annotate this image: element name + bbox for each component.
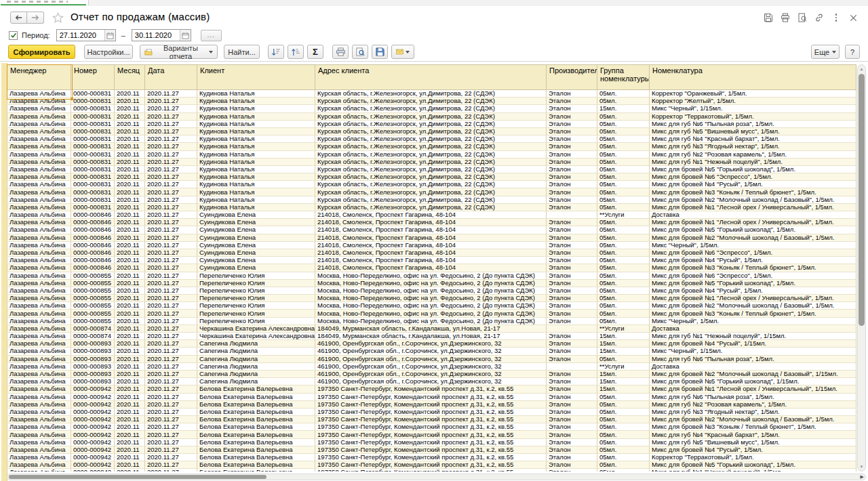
cell[interactable]: 0000-000831 — [71, 135, 115, 143]
mail-button[interactable] — [391, 45, 414, 59]
cell[interactable]: 0000-000893 — [71, 348, 115, 355]
cell[interactable]: Курская область, г.Железногорск, ул.Дими… — [315, 196, 547, 203]
cell[interactable]: 0000-000846 — [71, 234, 115, 241]
cell[interactable]: 05мл. — [597, 219, 650, 226]
cell[interactable]: Микс для бровей №1 "Лесной орех / Универ… — [650, 295, 856, 302]
cell[interactable]: 05мл. — [597, 249, 650, 256]
cell[interactable]: 214018, Смоленск, Проспект Гагарина, 48-… — [315, 249, 547, 256]
cell[interactable]: 2020.11 — [115, 333, 145, 340]
cell[interactable]: Белова Екатерина Валерьевна — [197, 385, 315, 393]
save-button[interactable] — [763, 12, 774, 23]
cell[interactable]: 05мл. — [597, 203, 650, 211]
cell[interactable]: 15мл. — [597, 105, 650, 112]
cell[interactable]: 0000-000942 — [71, 423, 115, 431]
cell[interactable]: Курская область, г.Железногорск, ул.Дими… — [315, 112, 547, 120]
cell[interactable]: 2020.11 — [115, 173, 145, 181]
cell[interactable]: Микс для бровей №1 "Лесной орех / Универ… — [650, 203, 856, 211]
cell[interactable]: Курская область, г.Железногорск, ул.Дими… — [315, 98, 547, 105]
cell[interactable]: 214018, Смоленск, Проспект Гагарина, 48-… — [315, 234, 547, 241]
cell[interactable]: 2020.11 — [115, 454, 145, 461]
cell[interactable]: Микс для бровей №1 "Лесной орех / Универ… — [650, 385, 856, 393]
cell[interactable]: 2020.11.27 — [145, 362, 197, 370]
cell[interactable]: 214018, Смоленск, Проспект Гагарина, 48-… — [315, 219, 547, 226]
cell[interactable]: 0000-000831 — [71, 158, 115, 165]
cell[interactable]: Микс для бровей №2 "Молочный шоколад / Б… — [650, 196, 856, 203]
cell[interactable]: Эталон — [547, 120, 597, 127]
cell[interactable]: Микс для губ №1 "Нежный поцелуй", 1/15мл… — [650, 333, 856, 340]
cell[interactable]: Микс для губ №5 "Вишневый мусс", 1/5мл. — [650, 438, 856, 446]
cell[interactable]: 2020.11 — [115, 446, 145, 453]
cell[interactable]: 2020.11.27 — [145, 120, 197, 127]
cell[interactable]: 2020.11 — [115, 423, 145, 431]
cell[interactable]: 2020.11.27 — [145, 257, 197, 264]
cell[interactable]: 2020.11 — [115, 219, 145, 226]
cell[interactable]: 2020.11 — [115, 355, 145, 362]
back-button[interactable] — [10, 12, 27, 24]
cell[interactable]: 05мл. — [597, 226, 650, 234]
cell[interactable]: 05мл. — [597, 279, 650, 287]
cell[interactable]: Микс для бровей №4 "Русый", 1/5мл. — [650, 181, 856, 188]
cell[interactable]: 214018, Смоленск, Проспект Гагарина, 48-… — [315, 257, 547, 264]
cell[interactable]: Эталон — [547, 279, 597, 287]
cell[interactable]: Белова Екатерина Валерьевна — [197, 416, 315, 423]
cell[interactable]: 05мл. — [597, 173, 650, 181]
cell[interactable]: Черкашина Екатерина Александровна — [197, 325, 315, 332]
column-header[interactable]: Номер — [71, 65, 115, 90]
cell[interactable]: Лазарева Альбина — [7, 370, 71, 377]
cell[interactable]: 2020.11.27 — [145, 203, 197, 211]
cell[interactable]: Микс для бровей №5 "Горький шоколад", 1/… — [650, 165, 856, 173]
cell[interactable]: 05мл. — [597, 355, 650, 362]
cell[interactable]: Эталон — [547, 370, 597, 377]
cell[interactable]: Лазарева Альбина — [7, 362, 71, 370]
cell[interactable]: 2020.11 — [115, 393, 145, 400]
cell[interactable]: 05мл. — [597, 302, 650, 310]
cell[interactable]: Эталон — [547, 234, 597, 241]
cell[interactable]: 2020.11 — [115, 348, 145, 355]
cell[interactable]: Эталон — [547, 272, 597, 279]
cell[interactable]: Курская область, г.Железногорск, ул.Дими… — [315, 143, 547, 150]
cell[interactable]: Микс для бровей №6 "Эспрессо", 1/5мл. — [650, 249, 856, 256]
cell[interactable]: 05мл. — [597, 400, 650, 408]
cell[interactable]: 0000-000855 — [71, 287, 115, 294]
cell[interactable]: 05мл. — [597, 317, 650, 325]
cell[interactable]: 0000-000831 — [71, 98, 115, 105]
cell[interactable]: Эталон — [547, 438, 597, 446]
cell[interactable]: 05мл. — [597, 264, 650, 272]
cell[interactable]: 0000-000893 — [71, 362, 115, 370]
cell[interactable]: Лазарева Альбина — [7, 173, 71, 181]
cell[interactable]: Лазарева Альбина — [7, 355, 71, 362]
cell[interactable]: 2020.11.27 — [145, 348, 197, 355]
cell[interactable]: Лазарева Альбина — [7, 165, 71, 173]
cell[interactable]: Микс для бровей №5 "Горький шоколад", 1/… — [650, 226, 856, 234]
cell[interactable]: 15мл. — [597, 333, 650, 340]
cell[interactable]: Лазарева Альбина — [7, 431, 71, 438]
h-scrollbar[interactable]: ▶ — [7, 474, 866, 480]
cell[interactable]: Лазарева Альбина — [7, 241, 71, 249]
link-button[interactable] — [814, 12, 825, 23]
cell[interactable]: Микс для бровей №5 "Горький шоколад", 1/… — [650, 279, 856, 287]
cell[interactable]: Черкашина Екатерина Александровна — [197, 333, 315, 340]
scroll-right-button[interactable]: ▶ — [861, 474, 864, 480]
cell[interactable]: 2020.11.27 — [145, 279, 197, 287]
cell[interactable]: 2020.11 — [115, 279, 145, 287]
cell[interactable]: 2020.11.27 — [145, 241, 197, 249]
cell[interactable]: 2020.11.27 — [145, 302, 197, 310]
cell[interactable]: Сапегина Людмила — [197, 378, 315, 385]
cell[interactable]: Кудинова Наталья — [197, 188, 315, 196]
cell[interactable]: 2020.11 — [115, 340, 145, 348]
cell[interactable]: 05мл. — [597, 188, 650, 196]
column-header[interactable]: Менеджер — [7, 65, 71, 90]
more-button[interactable]: Еще — [811, 45, 840, 59]
cell[interactable]: Корректор "Терракотовый", 1/5мл. — [650, 454, 856, 461]
cell[interactable]: Лазарева Альбина — [7, 438, 71, 446]
cell[interactable]: 05мл. — [597, 181, 650, 188]
cell[interactable]: Эталон — [547, 431, 597, 438]
cell[interactable]: 0000-000942 — [71, 454, 115, 461]
cell[interactable]: 0000-000831 — [71, 173, 115, 181]
generate-button[interactable]: Сформировать — [8, 45, 75, 59]
cell[interactable]: Корректор "Терракотовый", 1/5мл. — [650, 112, 856, 120]
v-scrollbar[interactable]: ▲ ▼ — [857, 64, 866, 472]
cell[interactable]: 197350 Санкт-Петербург, Комендантский пр… — [315, 408, 547, 415]
cell[interactable]: 05мл. — [597, 393, 650, 400]
cell[interactable]: 2020.11.27 — [145, 127, 197, 135]
